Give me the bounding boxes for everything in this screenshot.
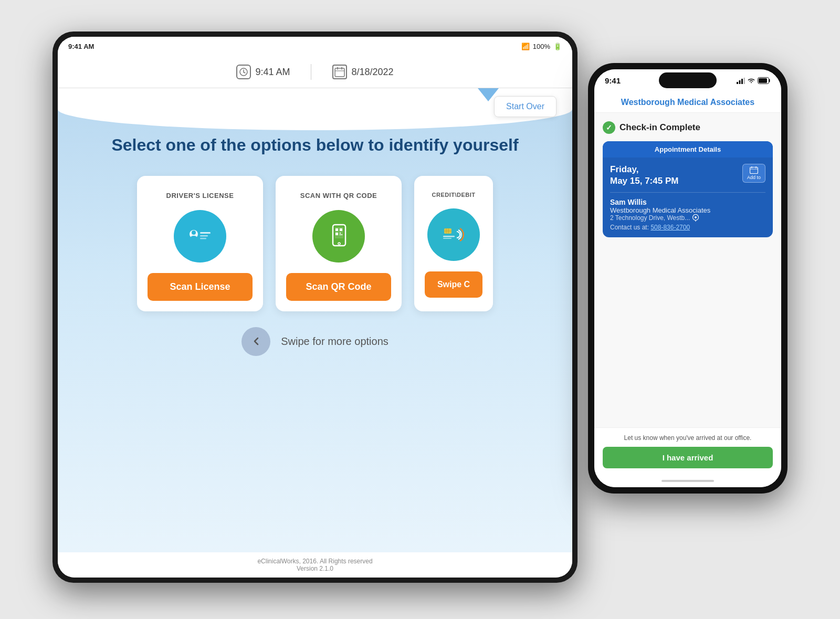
svg-rect-29 (739, 80, 741, 84)
qr-code-card: SCAN WITH QR CODE (276, 176, 402, 311)
signal-icon (737, 78, 745, 84)
check-complete-icon: ✓ (603, 121, 615, 134)
scan-qr-button[interactable]: Scan QR Code (286, 273, 391, 301)
tablet-app-header: 9:41 AM 8/18/2022 (58, 57, 572, 88)
header-time-block: 9:41 AM (236, 65, 290, 79)
credit-card-partial: CREDIT\DEBIT (414, 176, 493, 311)
qr-code-label: SCAN WITH QR CODE (300, 192, 377, 200)
appointment-date-row: Friday, May 15, 7:45 PM Add (610, 164, 765, 187)
contact-row: Contact us at: 508-836-2700 (610, 224, 765, 231)
scan-license-button[interactable]: Scan License (148, 273, 253, 301)
patient-name: Sam Willis (610, 198, 765, 206)
appointment-header: Appointment Details (603, 141, 773, 158)
svg-rect-27 (443, 238, 452, 239)
tablet-battery-icon: 🔋 (553, 43, 562, 50)
tablet-wifi-icon: 📶 (521, 43, 530, 50)
svg-line-2 (244, 72, 245, 74)
appointment-datetime: Friday, May 15, 7:45 PM (610, 164, 678, 187)
start-over-button[interactable]: Start Over (494, 96, 556, 117)
appointment-date: Friday, (610, 164, 678, 175)
svg-rect-20 (340, 234, 341, 235)
contact-label: Contact us at: (610, 224, 649, 231)
clock-icon (236, 65, 251, 79)
location-icon (692, 214, 699, 222)
home-indicator (594, 475, 781, 487)
add-to-cal-label: Add to (747, 175, 761, 180)
svg-rect-12 (200, 238, 206, 239)
header-separator (311, 64, 311, 80)
svg-rect-34 (750, 167, 758, 173)
swipe-section: Swipe for more options (242, 327, 388, 356)
svg-rect-18 (340, 233, 341, 234)
svg-rect-30 (741, 79, 743, 84)
phone-status-icons (737, 77, 771, 84)
i-have-arrived-button[interactable]: I have arrived (603, 447, 773, 468)
arrived-prompt: Let us know when you've arrived at our o… (624, 434, 752, 442)
svg-point-9 (191, 236, 197, 239)
header-date-block: 8/18/2022 (332, 65, 393, 79)
qr-code-icon-circle (312, 210, 365, 263)
credit-card-icon-circle (427, 208, 480, 261)
svg-rect-10 (200, 232, 211, 234)
tablet-device: 9:41 AM 📶 100% 🔋 (52, 32, 578, 583)
tablet-main-content: Start Over Select one of the options bel… (58, 88, 572, 552)
drivers-license-label: DRIVER'S LICENSE (166, 192, 234, 200)
clinic-address: 2 Technology Drive, Westb... (610, 214, 765, 222)
dynamic-island (659, 72, 717, 88)
drivers-license-card: DRIVER'S LICENSE (137, 176, 263, 311)
phone-screen: 9:41 (594, 69, 781, 487)
svg-point-8 (192, 230, 196, 235)
svg-point-39 (695, 216, 697, 218)
check-in-label: Check-in Complete (620, 122, 700, 133)
svg-rect-31 (744, 78, 746, 84)
header-date: 8/18/2022 (351, 67, 393, 78)
swipe-back-button[interactable] (242, 327, 270, 356)
scene: 9:41 AM 📶 100% 🔋 (26, 21, 814, 599)
tablet-footer: eClinicalWorks, 2016. All Rights reserve… (58, 552, 572, 578)
tablet-battery-text: 100% (533, 43, 550, 50)
phone-time: 9:41 (605, 76, 621, 85)
address-text: 2 Technology Drive, Westb... (610, 214, 690, 222)
appointment-divider (610, 192, 765, 193)
phone-status-bar: 9:41 (594, 69, 781, 92)
svg-rect-3 (335, 68, 344, 77)
footer-version: Version 2.1.0 (63, 565, 567, 572)
swipe-hint-text: Swipe for more options (281, 335, 388, 348)
phone-app-header: Westborough Medical Associates (594, 92, 781, 113)
svg-rect-17 (335, 233, 338, 235)
appointment-body: Friday, May 15, 7:45 PM Add (603, 158, 773, 237)
appointment-time: May 15, 7:45 PM (610, 175, 678, 187)
drivers-license-icon-circle (174, 210, 226, 263)
phone-wifi-icon (747, 78, 755, 84)
phone-app-title: Westborough Medical Associates (603, 98, 773, 107)
phone-device: 9:41 (588, 63, 788, 494)
main-heading: Select one of the options below to ident… (90, 135, 539, 155)
svg-rect-19 (341, 234, 342, 235)
tablet-status-time: 9:41 AM (68, 43, 94, 50)
tablet-screen: 9:41 AM 📶 100% 🔋 (58, 37, 572, 578)
header-time: 9:41 AM (255, 67, 290, 78)
svg-rect-28 (737, 82, 738, 84)
footer-copyright: eClinicalWorks, 2016. All Rights reserve… (63, 558, 567, 565)
phone-battery-icon (758, 77, 771, 84)
option-cards-row: DRIVER'S LICENSE (58, 176, 572, 311)
swipe-card-button[interactable]: Swipe C (425, 271, 482, 298)
phone-footer: Let us know when you've arrived at our o… (594, 427, 781, 475)
svg-rect-33 (759, 78, 767, 83)
phone-content: ✓ Check-in Complete Appointment Details … (594, 113, 781, 427)
add-to-calendar-button[interactable]: Add to (742, 164, 765, 183)
calendar-icon (332, 65, 347, 79)
svg-point-21 (338, 243, 340, 245)
svg-rect-15 (335, 228, 338, 231)
svg-rect-26 (443, 236, 455, 237)
svg-rect-16 (340, 228, 342, 231)
credit-card-label: CREDIT\DEBIT (432, 192, 476, 198)
svg-rect-11 (200, 235, 208, 237)
tablet-status-bar: 9:41 AM 📶 100% 🔋 (58, 37, 572, 57)
appointment-card: Appointment Details Friday, May 15, 7:45… (603, 141, 773, 237)
check-in-complete-row: ✓ Check-in Complete (603, 121, 773, 134)
clinic-name: Westborough Medical Associates (610, 206, 765, 214)
tablet-status-right: 📶 100% 🔋 (521, 43, 562, 50)
contact-phone[interactable]: 508-836-2700 (650, 224, 690, 231)
home-bar (662, 480, 714, 482)
